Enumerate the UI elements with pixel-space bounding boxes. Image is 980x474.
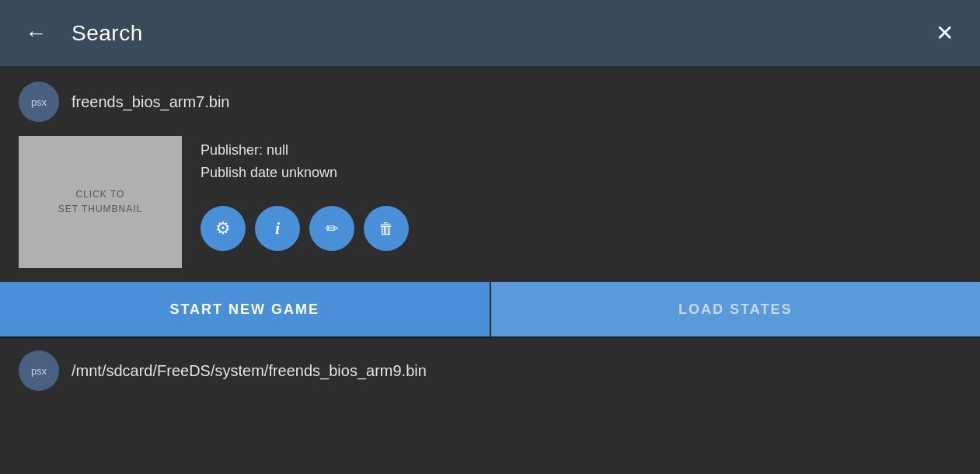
close-icon: ✕ (936, 20, 954, 46)
gear-icon: ⚙ (215, 218, 231, 239)
page-title: Search (71, 21, 143, 46)
thumbnail-line2: SET THUMBNAIL (58, 204, 143, 214)
trash-icon: 🗑 (378, 220, 394, 238)
platform-badge-2: psx (19, 350, 59, 391)
publish-date-label: Publish date unknown (201, 165, 409, 181)
thumbnail-area[interactable]: CLICK TO SET THUMBNAIL (19, 136, 182, 268)
result-item-1: psx freends_bios_arm7.bin (0, 66, 980, 122)
delete-button[interactable]: 🗑 (364, 206, 409, 251)
result-title-row-2: psx /mnt/sdcard/FreeDS/system/freends_bi… (19, 350, 961, 391)
action-icons: ⚙ i ✏ 🗑 (201, 206, 409, 251)
load-states-button[interactable]: LOAD STATES (491, 282, 981, 336)
thumbnail-line1: CLICK TO (76, 189, 125, 200)
info-icon: i (275, 218, 280, 239)
detail-section: CLICK TO SET THUMBNAIL Publisher: null P… (0, 136, 980, 268)
bottom-buttons: START NEW GAME LOAD STATES (0, 282, 980, 336)
thumbnail-text: CLICK TO SET THUMBNAIL (58, 187, 143, 217)
back-icon: ← (25, 21, 47, 46)
start-new-game-button[interactable]: START NEW GAME (0, 282, 491, 336)
meta-section: Publisher: null Publish date unknown ⚙ i… (201, 136, 409, 268)
close-button[interactable]: ✕ (927, 16, 961, 51)
header: ← Search ✕ (0, 0, 980, 66)
result-filename-1: freends_bios_arm7.bin (71, 93, 229, 111)
info-button[interactable]: i (255, 206, 300, 251)
publisher-label: Publisher: null (201, 142, 409, 159)
result-title-row: psx freends_bios_arm7.bin (19, 82, 961, 122)
header-left: ← Search (19, 16, 143, 51)
settings-button[interactable]: ⚙ (201, 206, 246, 251)
edit-button[interactable]: ✏ (309, 206, 354, 251)
result-item-2: psx /mnt/sdcard/FreeDS/system/freends_bi… (0, 338, 980, 417)
result-filepath-2: /mnt/sdcard/FreeDS/system/freends_bios_a… (71, 362, 427, 380)
pencil-icon: ✏ (326, 219, 339, 238)
back-button[interactable]: ← (19, 16, 53, 51)
platform-badge-1: psx (19, 82, 59, 122)
